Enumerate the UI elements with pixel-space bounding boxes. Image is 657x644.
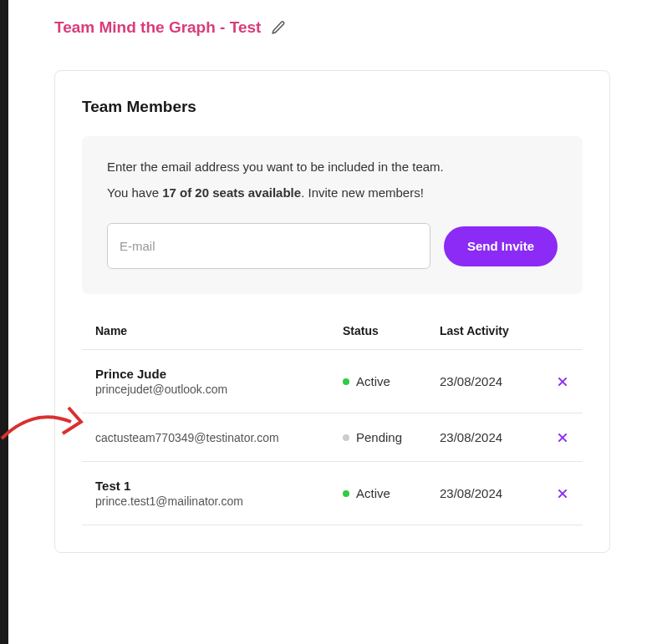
- status-dot-icon: [343, 434, 349, 441]
- header-last-activity: Last Activity: [440, 324, 548, 337]
- invite-instruction: Enter the email address you want to be i…: [107, 160, 558, 174]
- invite-form-row: Send Invite: [107, 223, 558, 269]
- cell-last-activity: 23/08/2024: [440, 430, 548, 444]
- seats-prefix: You have: [107, 185, 162, 200]
- status-label: Active: [356, 486, 390, 500]
- seats-count: 17 of 20 seats available: [162, 185, 301, 200]
- seats-suffix: . Invite new members!: [301, 185, 424, 200]
- cell-status: Pending: [343, 430, 440, 444]
- remove-member-button[interactable]: [548, 487, 569, 500]
- table-row: Test 1prince.test1@mailinator.comActive2…: [82, 462, 583, 525]
- member-email: princejudet@outlook.com: [95, 383, 343, 396]
- invite-box: Enter the email address you want to be i…: [82, 136, 583, 294]
- page-title: Team Mind the Graph - Test: [54, 18, 261, 37]
- left-sidebar-edge: [0, 0, 8, 644]
- cell-last-activity: 23/08/2024: [440, 374, 548, 388]
- email-input[interactable]: [107, 223, 430, 269]
- remove-member-button[interactable]: [548, 431, 569, 444]
- member-email: cactusteam770349@testinator.com: [95, 431, 343, 444]
- status-dot-icon: [343, 378, 349, 385]
- member-email: prince.test1@mailinator.com: [95, 494, 343, 508]
- edit-title-icon[interactable]: [271, 20, 286, 35]
- team-members-card: Team Members Enter the email address you…: [54, 70, 610, 553]
- table-body: Prince Judeprincejudet@outlook.comActive…: [82, 350, 583, 525]
- cell-status: Active: [343, 374, 440, 388]
- member-name: Test 1: [95, 479, 343, 493]
- header-name: Name: [95, 324, 343, 337]
- title-row: Team Mind the Graph - Test: [54, 18, 610, 37]
- cell-name: Test 1prince.test1@mailinator.com: [95, 479, 343, 508]
- cell-name: Prince Judeprincejudet@outlook.com: [95, 367, 343, 396]
- status-dot-icon: [343, 490, 349, 497]
- send-invite-button[interactable]: Send Invite: [444, 226, 558, 266]
- status-label: Pending: [356, 430, 402, 444]
- header-status: Status: [343, 324, 440, 337]
- member-name: Prince Jude: [95, 367, 343, 381]
- table-row: Prince Judeprincejudet@outlook.comActive…: [82, 350, 583, 413]
- section-title: Team Members: [82, 98, 583, 116]
- table-header: Name Status Last Activity: [82, 324, 583, 350]
- page-content: Team Mind the Graph - Test Team Members …: [0, 0, 657, 553]
- table-row: cactusteam770349@testinator.comPending23…: [82, 413, 583, 462]
- seats-availability: You have 17 of 20 seats available. Invit…: [107, 185, 558, 200]
- cell-last-activity: 23/08/2024: [440, 486, 548, 500]
- remove-member-button[interactable]: [548, 375, 569, 388]
- cell-status: Active: [343, 486, 440, 500]
- header-action: [548, 324, 569, 337]
- status-label: Active: [356, 374, 390, 388]
- cell-name: cactusteam770349@testinator.com: [95, 431, 343, 444]
